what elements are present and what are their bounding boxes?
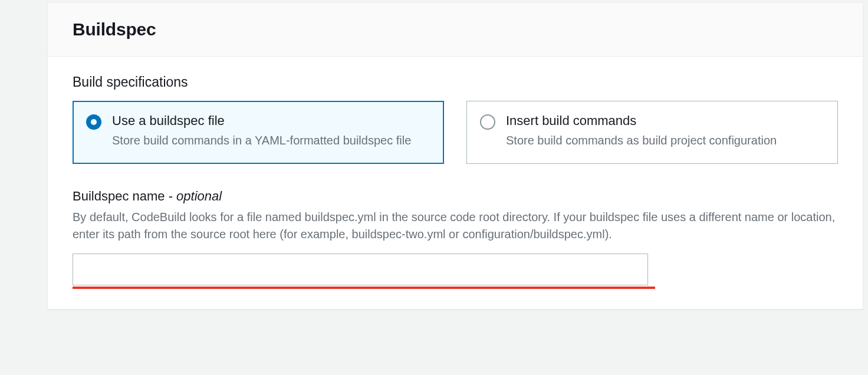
option-description: Store build commands as build project co… xyxy=(506,132,824,149)
panel-body: Build specifications Use a buildspec fil… xyxy=(48,57,863,309)
option-text: Insert build commands Store build comman… xyxy=(506,113,824,149)
label-optional: optional xyxy=(176,189,222,203)
buildspec-name-help: By default, CodeBuild looks for a file n… xyxy=(73,209,838,243)
label-text: Buildspec name xyxy=(73,189,169,203)
radio-icon xyxy=(86,114,101,130)
highlight-underline xyxy=(73,287,655,289)
buildspec-name-label: Buildspec name - optional xyxy=(73,189,838,204)
option-description: Store build commands in a YAML-formatted… xyxy=(112,132,430,149)
radio-icon xyxy=(480,114,495,130)
panel-header: Buildspec xyxy=(48,3,863,57)
panel-title: Buildspec xyxy=(73,19,840,40)
option-title: Use a buildspec file xyxy=(112,113,430,129)
build-specifications-label: Build specifications xyxy=(73,74,838,90)
buildspec-panel: Buildspec Build specifications Use a bui… xyxy=(47,2,863,310)
buildspec-name-input[interactable] xyxy=(73,254,648,285)
buildspec-options: Use a buildspec file Store build command… xyxy=(73,101,838,164)
option-insert-build-commands[interactable]: Insert build commands Store build comman… xyxy=(466,101,838,164)
option-use-buildspec-file[interactable]: Use a buildspec file Store build command… xyxy=(73,101,444,164)
option-title: Insert build commands xyxy=(506,113,824,129)
option-text: Use a buildspec file Store build command… xyxy=(112,113,430,149)
buildspec-name-field: Buildspec name - optional By default, Co… xyxy=(73,189,838,285)
buildspec-name-input-wrap xyxy=(73,254,648,285)
label-dash: - xyxy=(169,189,176,203)
